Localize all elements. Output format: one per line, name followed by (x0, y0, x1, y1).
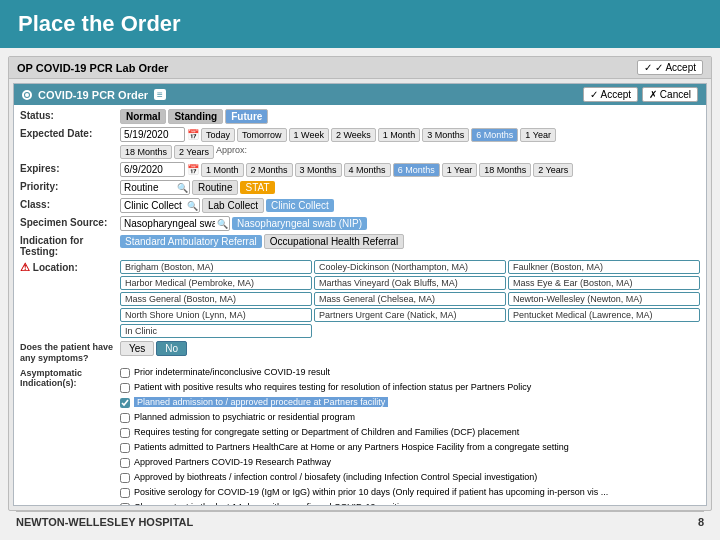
priority-routine-tag: Routine (192, 180, 238, 195)
status-future-button[interactable]: Future (225, 109, 268, 124)
order-type-icon: ≡ (154, 89, 166, 100)
location-label-text: Location: (33, 262, 78, 273)
status-label: Status: (20, 109, 120, 121)
checkbox-research-input[interactable] (120, 458, 130, 468)
exp-1month[interactable]: 1 Month (201, 163, 244, 177)
quick-1month[interactable]: 1 Month (378, 128, 421, 142)
checkbox-serology-input[interactable] (120, 488, 130, 498)
priority-search-wrap: 🔍 (120, 180, 190, 195)
checkbox-hospice: Patients admitted to Partners HealthCare… (120, 442, 569, 453)
inner-accept-button[interactable]: ✓ Accept (583, 87, 638, 102)
quick-1year[interactable]: 1 Year (520, 128, 556, 142)
status-normal-button[interactable]: Normal (120, 109, 166, 124)
quick-2weeks[interactable]: 2 Weeks (331, 128, 376, 142)
location-error-icon: ⚠ (20, 261, 30, 273)
expires-value: 📅 1 Month 2 Months 3 Months 4 Months 6 M… (120, 162, 700, 177)
priority-stat-tag: STAT (240, 181, 274, 194)
priority-label: Priority: (20, 180, 120, 192)
exp-2months[interactable]: 2 Months (246, 163, 293, 177)
class-clinic-collect-tag: Clinic Collect (266, 199, 334, 212)
hospital-name: NEWTON-WELLESLEY HOSPITAL (16, 516, 193, 528)
inner-accept-label: ✓ Accept (590, 89, 631, 100)
location-partners-urgent[interactable]: Partners Urgent Care (Natick, MA) (314, 308, 506, 322)
quick-18months[interactable]: 18 Months (120, 145, 172, 159)
priority-search-icon[interactable]: 🔍 (177, 183, 188, 193)
expires-calendar-icon[interactable]: 📅 (187, 164, 199, 175)
location-north-shore[interactable]: North Shore Union (Lynn, MA) (120, 308, 312, 322)
quick-tomorrow[interactable]: Tomorrow (237, 128, 287, 142)
exp-2years[interactable]: 2 Years (533, 163, 573, 177)
class-search-icon[interactable]: 🔍 (187, 201, 198, 211)
checkbox-close-contact-label: Close contact in the last 14 days with a… (134, 502, 439, 506)
asymptomatic-value: Prior indeterminate/inconclusive COVID-1… (120, 367, 700, 506)
checkbox-close-contact-input[interactable] (120, 503, 130, 506)
indication-occupational-tag: Occupational Health Referral (264, 234, 404, 249)
location-row: ⚠ Location: Brigham (Boston, MA) Cooley-… (20, 260, 700, 338)
location-newton[interactable]: Newton-Wellesley (Newton, MA) (508, 292, 700, 306)
specimen-search-icon[interactable]: 🔍 (217, 219, 228, 229)
location-brigham[interactable]: Brigham (Boston, MA) (120, 260, 312, 274)
status-value: Normal Standing Future (120, 109, 700, 124)
checkbox-congregate: Requires testing for congregate setting … (120, 427, 519, 438)
location-value: Brigham (Boston, MA) Cooley-Dickinson (N… (120, 260, 700, 338)
class-search-wrap: 🔍 (120, 198, 200, 213)
quick-6months[interactable]: 6 Months (471, 128, 518, 142)
quick-1week[interactable]: 1 Week (289, 128, 329, 142)
outer-accept-button[interactable]: ✓ ✓ Accept (637, 60, 703, 75)
inner-cancel-label: ✗ Cancel (649, 89, 691, 100)
order-panel-inner: COVID-19 PCR Order ≡ ✓ Accept ✗ Cancel (13, 83, 707, 506)
indication-ambulatory-tag: Standard Ambulatory Referral (120, 235, 262, 248)
expected-date-value: 📅 Today Tomorrow 1 Week 2 Weeks 1 Month … (120, 127, 700, 159)
location-in-clinic[interactable]: In Clinic (120, 324, 312, 338)
calendar-icon[interactable]: 📅 (187, 129, 199, 140)
location-mass-eye[interactable]: Mass Eye & Ear (Boston, MA) (508, 276, 700, 290)
expires-label: Expires: (20, 162, 120, 174)
priority-value: 🔍 Routine STAT (120, 180, 700, 195)
exp-18months[interactable]: 18 Months (479, 163, 531, 177)
symptoms-yes-button[interactable]: Yes (120, 341, 154, 356)
symptoms-no-button[interactable]: No (156, 341, 187, 356)
approx-label: Approx: (216, 145, 247, 159)
checkbox-biothreats-input[interactable] (120, 473, 130, 483)
checkbox-hospice-label: Patients admitted to Partners HealthCare… (134, 442, 569, 452)
page-header: Place the Order (0, 0, 720, 48)
inner-panel-header-right: ✓ Accept ✗ Cancel (583, 87, 698, 102)
checkbox-planned-admission-input[interactable] (120, 398, 130, 408)
inner-cancel-button[interactable]: ✗ Cancel (642, 87, 698, 102)
status-standing-button[interactable]: Standing (168, 109, 223, 124)
class-value: 🔍 Lab Collect Clinic Collect (120, 198, 700, 213)
checkbox-positive-results-input[interactable] (120, 383, 130, 393)
location-cooley[interactable]: Cooley-Dickinson (Northampton, MA) (314, 260, 506, 274)
quick-2years[interactable]: 2 Years (174, 145, 214, 159)
exp-3months[interactable]: 3 Months (295, 163, 342, 177)
checkbox-congregate-input[interactable] (120, 428, 130, 438)
indication-label: Indication for Testing: (20, 234, 120, 257)
location-marthas[interactable]: Marthas Vineyard (Oak Bluffs, MA) (314, 276, 506, 290)
checkbox-hospice-input[interactable] (120, 443, 130, 453)
priority-row: Priority: 🔍 Routine STAT (20, 180, 700, 195)
quick-today[interactable]: Today (201, 128, 235, 142)
exp-4months[interactable]: 4 Months (344, 163, 391, 177)
exp-1year[interactable]: 1 Year (442, 163, 478, 177)
location-mass-general-chelsea[interactable]: Mass General (Chelsea, MA) (314, 292, 506, 306)
location-mass-general-boston[interactable]: Mass General (Boston, MA) (120, 292, 312, 306)
checkbox-prior-indeterminate-input[interactable] (120, 368, 130, 378)
location-faulkner[interactable]: Faulkner (Boston, MA) (508, 260, 700, 274)
symptoms-label: Does the patient have any symptoms? (20, 341, 120, 364)
specimen-input[interactable] (120, 216, 230, 231)
main-content: OP COVID-19 PCR Lab Order ✓ ✓ Accept COV… (0, 48, 720, 540)
expected-date-input[interactable] (120, 127, 185, 142)
outer-panel-title: OP COVID-19 PCR Lab Order (17, 62, 168, 74)
quick-3months[interactable]: 3 Months (422, 128, 469, 142)
checkbox-psychiatric-input[interactable] (120, 413, 130, 423)
status-row: Status: Normal Standing Future (20, 109, 700, 124)
expires-date-input[interactable] (120, 162, 185, 177)
specimen-tag: Nasopharyngeal swab (NIP) (232, 217, 367, 230)
outer-panel-bar: OP COVID-19 PCR Lab Order ✓ ✓ Accept (9, 57, 711, 79)
asymptomatic-row: Asymptomatic Indication(s): Prior indete… (20, 367, 700, 506)
exp-6months[interactable]: 6 Months (393, 163, 440, 177)
outer-accept-checkmark: ✓ (644, 62, 652, 73)
location-harbor[interactable]: Harbor Medical (Pembroke, MA) (120, 276, 312, 290)
location-pentucket[interactable]: Pentucket Medical (Lawrence, MA) (508, 308, 700, 322)
indication-value: Standard Ambulatory Referral Occupationa… (120, 234, 700, 249)
